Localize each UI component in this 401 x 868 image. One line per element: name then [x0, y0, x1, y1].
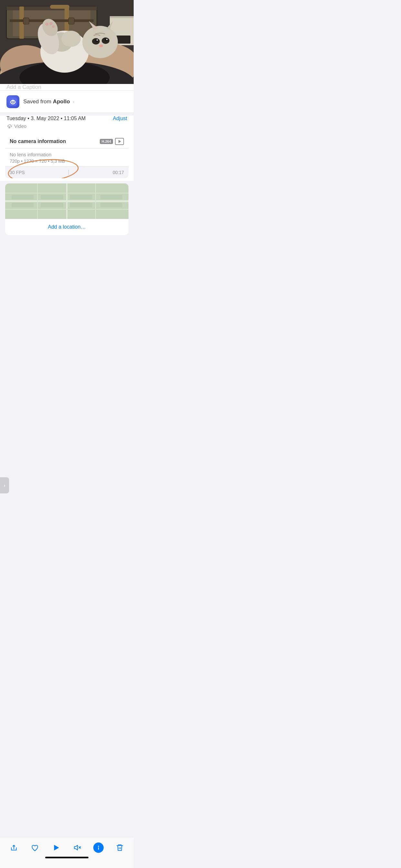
video-badge — [115, 138, 124, 145]
fps-text: 30 FPS — [10, 170, 25, 175]
svg-rect-60 — [100, 195, 122, 199]
source-row[interactable]: Saved from Apollo › — [0, 91, 134, 113]
camera-header: No camera information H.264 — [5, 134, 128, 149]
camera-title: No camera information — [10, 138, 66, 144]
date-text: Tuesday • 3. May 2022 • 11:05 AM — [6, 116, 86, 121]
svg-rect-58 — [70, 203, 92, 207]
duration-text: 00:17 — [113, 170, 124, 175]
svg-point-41 — [11, 101, 12, 102]
source-chevron-icon: › — [73, 99, 74, 104]
location-card: Add a location… — [5, 183, 128, 235]
svg-rect-46 — [15, 101, 16, 103]
svg-rect-12 — [116, 35, 130, 43]
svg-point-44 — [12, 99, 13, 100]
svg-point-23 — [45, 23, 49, 26]
svg-rect-11 — [110, 16, 134, 18]
camera-details: No lens information 720p • 1270 × 720 • … — [5, 149, 128, 166]
camera-card: No camera information H.264 No lens info… — [5, 134, 128, 178]
svg-rect-62 — [100, 203, 122, 207]
svg-point-36 — [99, 44, 103, 47]
caption-section: Add a Caption — [0, 84, 134, 91]
svg-point-34 — [96, 39, 98, 41]
svg-point-26 — [82, 26, 118, 58]
svg-point-20 — [61, 31, 81, 47]
camera-info-section: No camera information H.264 No lens info… — [0, 134, 134, 181]
svg-point-35 — [106, 39, 107, 40]
date-section: Tuesday • 3. May 2022 • 11:05 AM Adjust … — [0, 116, 134, 134]
lens-info-text: No lens information — [10, 152, 124, 157]
fps-bar: 30 FPS 00:17 — [5, 166, 128, 178]
svg-point-24 — [50, 22, 53, 25]
svg-point-42 — [13, 101, 14, 102]
svg-point-40 — [13, 101, 15, 103]
svg-rect-61 — [11, 203, 34, 207]
app-icon — [6, 95, 19, 108]
h264-badge: H.264 — [100, 139, 113, 144]
svg-rect-9 — [68, 18, 74, 24]
location-section: Add a location… — [0, 181, 134, 235]
camera-badges: H.264 — [100, 138, 124, 145]
svg-rect-57 — [41, 203, 63, 207]
media-type: Video — [14, 123, 27, 129]
fps-divider — [68, 170, 69, 175]
photo-preview — [0, 0, 134, 84]
caption-placeholder[interactable]: Add a Caption — [6, 84, 41, 90]
cloud-icon — [6, 124, 12, 128]
bottom-padding — [0, 235, 134, 274]
video-specs-text: 720p • 1270 × 720 • 5,3 MB — [10, 159, 124, 164]
svg-point-25 — [52, 25, 55, 28]
svg-point-39 — [11, 101, 12, 103]
map-placeholder — [5, 183, 128, 219]
add-location-button[interactable]: Add a location… — [5, 219, 128, 235]
adjust-button[interactable]: Adjust — [113, 116, 127, 121]
source-text: Saved from Apollo › — [23, 98, 74, 105]
svg-rect-7 — [50, 5, 69, 9]
svg-rect-56 — [70, 195, 92, 199]
svg-rect-45 — [10, 101, 11, 103]
svg-rect-59 — [11, 195, 34, 199]
svg-rect-55 — [41, 195, 63, 199]
svg-rect-8 — [23, 18, 29, 24]
